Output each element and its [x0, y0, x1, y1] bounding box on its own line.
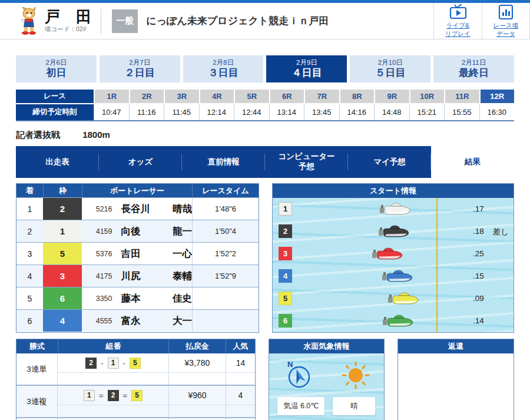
racer-name: 向後龍一 — [121, 225, 193, 238]
racer-number: 4555 — [89, 317, 112, 325]
lane-badge: 1 — [279, 202, 292, 216]
lane-number-cell: 6 — [43, 287, 82, 309]
race-data-label: レース場 データ — [493, 22, 519, 37]
race-tab-8R[interactable]: 8R — [339, 90, 375, 104]
combo-lane-badge: 1 — [84, 390, 95, 401]
start-row-lane-3: 3 .25 — [273, 243, 514, 265]
date-tab-date: 2月11日 — [462, 59, 486, 67]
date-tab-1[interactable]: 2月6日 初日 — [16, 55, 97, 82]
race-distance: 1800m — [82, 130, 110, 140]
combo-lane-badge: 2 — [108, 390, 119, 401]
start-timing: .09 — [473, 294, 484, 303]
race-data-chart-icon — [498, 4, 514, 20]
nav-tab-4[interactable]: コンピューター 予想 — [265, 146, 348, 178]
race-tab-1R[interactable]: 1R — [94, 90, 129, 104]
lane-badge: 6 — [279, 314, 292, 328]
deadline-row-label: 締切予定時刻 — [16, 104, 94, 120]
live-replay-link[interactable]: ライブ& リプレイ — [433, 3, 482, 39]
boat-icon-lane-2 — [378, 225, 410, 239]
grade-badge: 一般 — [112, 9, 138, 33]
start-row-lane-2: 2 .18差し — [273, 220, 514, 243]
boat — [382, 270, 413, 286]
race-time: 1'48"6 — [192, 198, 259, 220]
race-time: 1'52"9 — [192, 265, 259, 287]
date-tab-5[interactable]: 2月10日 ５日目 — [350, 55, 430, 82]
boat — [382, 315, 414, 331]
payout-amount: ¥3,780 — [168, 353, 226, 373]
race-title: にっぽん未来プロジェクト競走ｉｎ戸田 — [146, 14, 329, 28]
start-timing: .14 — [473, 316, 484, 325]
venue-name: 戸 田 — [45, 8, 97, 25]
boat-icon-lane-3 — [372, 247, 403, 262]
racer-cell: 4555 富永大一 — [82, 310, 192, 332]
start-info-title: スタート情報 — [273, 184, 514, 198]
payout-table: 勝式組番払戻金人気 3連単 2-1-5 ¥3,780 14 3連複 1=2=5 … — [16, 339, 256, 420]
racer-cell: 3350 藤本佳史 — [82, 287, 192, 309]
race-tab-4R[interactable]: 4R — [199, 90, 234, 104]
nav-tab-5[interactable]: マイ予想 — [348, 146, 431, 178]
lane-badge: 5 — [279, 292, 292, 305]
compass-north-label: N — [287, 360, 293, 369]
date-tab-date: 2月7日 — [129, 59, 150, 67]
venue-mascot-icon — [16, 7, 39, 35]
header-divider — [101, 9, 101, 34]
racer-cell: 5376 吉田一心 — [82, 243, 192, 264]
boat — [372, 247, 403, 264]
nav-tabs: 出走表オッズ直前情報コンピューター 予想マイ予想結果 — [16, 146, 514, 178]
combo-lane-badge: 1 — [108, 358, 119, 369]
race-tab-6R[interactable]: 6R — [269, 90, 304, 104]
race-tab-11R[interactable]: 11R — [444, 90, 479, 104]
date-tab-date: 2月8日 — [213, 59, 234, 67]
race-tab-3R[interactable]: 3R — [164, 90, 199, 104]
popularity-rank: 14 — [226, 353, 255, 373]
deadline-time-1R: 10:47 — [94, 104, 129, 120]
race-tab-7R[interactable]: 7R — [304, 90, 339, 104]
date-tab-4[interactable]: 2月9日 ４日目 — [266, 55, 347, 82]
weather-title: 水面気象情報 — [269, 339, 384, 353]
wind-compass-icon: N — [282, 359, 314, 392]
race-tab-2R[interactable]: 2R — [129, 90, 164, 104]
lane-badge: 2 — [279, 224, 292, 238]
date-tab-date: 2月10日 — [378, 59, 403, 67]
payout-row-3連複: 3連複 1=2=5 ¥960 4 — [16, 385, 255, 417]
temperature-box: 気温 6.0℃ — [277, 397, 324, 415]
start-timing: .25 — [473, 249, 484, 258]
race-data-link[interactable]: レース場 データ — [482, 3, 530, 39]
results-table: 着枠ボートレーサーレースタイム 1 2 5216 長谷川晴哉 1'48"6 2 … — [16, 183, 259, 333]
combo-lane-badge: 2 — [85, 358, 97, 369]
weather-panel: 水面気象情報 N — [269, 339, 385, 420]
date-tab-day: 最終日 — [459, 67, 489, 79]
deadline-time-5R: 12:44 — [234, 104, 269, 120]
start-info-body: 1 .17 2 .18差し 3 .25 4 — [273, 198, 514, 332]
race-tab-12R[interactable]: 12R — [479, 90, 515, 104]
date-tab-date: 2月9日 — [296, 59, 317, 67]
nav-tab-6[interactable]: 結果 — [431, 146, 514, 178]
finish-place: 4 — [16, 265, 43, 287]
date-tab-6[interactable]: 2月11日 最終日 — [433, 55, 514, 82]
venue-code: 場コード：02# — [45, 25, 97, 34]
race-tab-5R[interactable]: 5R — [234, 90, 269, 104]
winning-combination: 1=2=5 — [58, 386, 168, 405]
race-tab-10R[interactable]: 10R — [409, 90, 445, 104]
date-tab-3[interactable]: 2月8日 ３日目 — [183, 55, 264, 82]
lane-badge: 4 — [279, 269, 292, 283]
live-replay-tv-icon — [449, 4, 467, 20]
results-column-header: 着 — [16, 184, 43, 197]
nav-tab-2[interactable]: オッズ — [99, 146, 182, 178]
combo-lane-badge: 5 — [130, 358, 141, 369]
bet-type: 3連単 — [16, 353, 58, 385]
racer-cell: 4175 川尻泰輔 — [82, 265, 192, 287]
finish-place: 3 — [16, 243, 43, 264]
deadline-time-10R: 15:21 — [409, 104, 445, 120]
header-links: ライブ& リプレイ レース場 データ — [433, 3, 530, 39]
date-tab-2[interactable]: 2月7日 ２日目 — [100, 55, 180, 82]
boat — [379, 203, 411, 219]
nav-tab-1[interactable]: 出走表 — [16, 146, 99, 178]
race-tab-9R[interactable]: 9R — [374, 90, 409, 104]
boat-icon-lane-6 — [382, 315, 414, 329]
nav-tab-3[interactable]: 直前情報 — [182, 146, 265, 178]
race-info: 記者選抜戦 1800m — [16, 130, 514, 141]
racer-cell: 5216 長谷川晴哉 — [82, 198, 192, 220]
results-table-header: 着枠ボートレーサーレースタイム — [16, 184, 259, 197]
racer-number: 4175 — [89, 272, 112, 280]
